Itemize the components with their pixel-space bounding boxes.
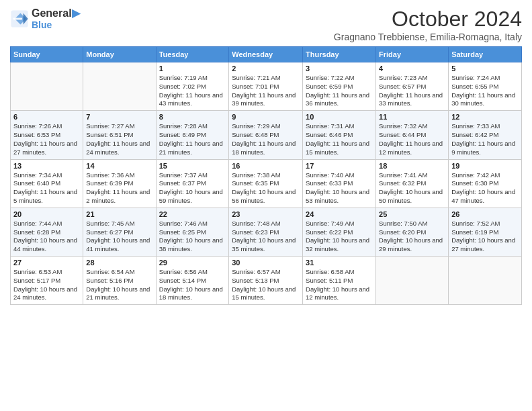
day-number: 1: [159, 64, 226, 73]
day-info: Sunrise: 7:34 AM Sunset: 6:40 PM Dayligh…: [13, 171, 80, 205]
svg-rect-3: [13, 17, 22, 19]
day-info: Sunrise: 6:57 AM Sunset: 5:13 PM Dayligh…: [232, 268, 300, 302]
calendar-cell: 27Sunrise: 6:53 AM Sunset: 5:17 PM Dayli…: [11, 257, 83, 305]
col-saturday: Saturday: [449, 47, 522, 62]
logo: General▶ Blue: [10, 7, 80, 30]
calendar-cell: 6Sunrise: 7:26 AM Sunset: 6:53 PM Daylig…: [11, 111, 83, 159]
header: General▶ Blue October 2024 Gragnano Treb…: [10, 7, 522, 42]
day-number: 28: [86, 259, 152, 267]
day-number: 9: [232, 113, 300, 121]
day-info: Sunrise: 6:54 AM Sunset: 5:16 PM Dayligh…: [86, 268, 152, 302]
location-title: Gragnano Trebbiense, Emilia-Romagna, Ita…: [334, 32, 522, 42]
day-info: Sunrise: 7:19 AM Sunset: 7:02 PM Dayligh…: [159, 74, 226, 108]
month-title: October 2024: [334, 7, 522, 32]
day-number: 6: [13, 113, 80, 121]
day-info: Sunrise: 7:50 AM Sunset: 6:20 PM Dayligh…: [379, 220, 445, 254]
day-number: 19: [451, 162, 519, 170]
day-info: Sunrise: 7:24 AM Sunset: 6:55 PM Dayligh…: [451, 74, 519, 108]
calendar-cell: 30Sunrise: 6:57 AM Sunset: 5:13 PM Dayli…: [229, 257, 303, 305]
day-info: Sunrise: 6:56 AM Sunset: 5:14 PM Dayligh…: [159, 268, 226, 302]
page: General▶ Blue October 2024 Gragnano Treb…: [0, 0, 532, 411]
day-number: 20: [13, 210, 80, 218]
day-info: Sunrise: 7:36 AM Sunset: 6:39 PM Dayligh…: [86, 171, 152, 205]
day-info: Sunrise: 7:29 AM Sunset: 6:48 PM Dayligh…: [232, 122, 300, 156]
calendar-cell: 31Sunrise: 6:58 AM Sunset: 5:11 PM Dayli…: [303, 257, 376, 305]
logo-text: General▶ Blue: [32, 7, 80, 30]
calendar-cell: 13Sunrise: 7:34 AM Sunset: 6:40 PM Dayli…: [11, 159, 83, 208]
calendar-cell: 3Sunrise: 7:22 AM Sunset: 6:59 PM Daylig…: [303, 62, 376, 111]
day-info: Sunrise: 7:42 AM Sunset: 6:30 PM Dayligh…: [451, 171, 519, 205]
calendar-cell: 25Sunrise: 7:50 AM Sunset: 6:20 PM Dayli…: [376, 208, 449, 256]
day-number: 4: [379, 64, 445, 73]
day-info: Sunrise: 7:52 AM Sunset: 6:19 PM Dayligh…: [451, 220, 519, 254]
day-number: 30: [232, 259, 300, 267]
calendar-table: Sunday Monday Tuesday Wednesday Thursday…: [10, 46, 522, 305]
calendar-cell: 4Sunrise: 7:23 AM Sunset: 6:57 PM Daylig…: [376, 62, 449, 111]
calendar-cell: 23Sunrise: 7:48 AM Sunset: 6:23 PM Dayli…: [229, 208, 303, 256]
col-tuesday: Tuesday: [156, 47, 229, 62]
calendar-cell: 12Sunrise: 7:33 AM Sunset: 6:42 PM Dayli…: [449, 111, 522, 159]
calendar-cell: [83, 62, 156, 111]
calendar-cell: 11Sunrise: 7:32 AM Sunset: 6:44 PM Dayli…: [376, 111, 449, 159]
col-thursday: Thursday: [303, 47, 376, 62]
day-number: 12: [451, 113, 519, 121]
calendar-cell: 21Sunrise: 7:45 AM Sunset: 6:27 PM Dayli…: [83, 208, 156, 256]
calendar-cell: 17Sunrise: 7:40 AM Sunset: 6:33 PM Dayli…: [303, 159, 376, 208]
day-number: 21: [86, 210, 152, 218]
calendar-cell: 7Sunrise: 7:27 AM Sunset: 6:51 PM Daylig…: [83, 111, 156, 159]
col-sunday: Sunday: [11, 47, 83, 62]
day-number: 7: [86, 113, 152, 121]
day-number: 27: [13, 259, 80, 267]
calendar-cell: 20Sunrise: 7:44 AM Sunset: 6:28 PM Dayli…: [11, 208, 83, 256]
calendar-cell: [11, 62, 83, 111]
col-wednesday: Wednesday: [229, 47, 303, 62]
day-info: Sunrise: 7:22 AM Sunset: 6:59 PM Dayligh…: [306, 74, 373, 108]
day-number: 31: [306, 259, 373, 267]
day-number: 5: [451, 64, 519, 73]
calendar-cell: 10Sunrise: 7:31 AM Sunset: 6:46 PM Dayli…: [303, 111, 376, 159]
calendar-cell: [449, 257, 522, 305]
day-info: Sunrise: 6:58 AM Sunset: 5:11 PM Dayligh…: [306, 268, 373, 302]
day-number: 3: [306, 64, 373, 73]
day-info: Sunrise: 7:41 AM Sunset: 6:32 PM Dayligh…: [379, 171, 445, 205]
day-info: Sunrise: 7:26 AM Sunset: 6:53 PM Dayligh…: [13, 122, 80, 156]
day-number: 18: [379, 162, 445, 170]
calendar-week-row: 6Sunrise: 7:26 AM Sunset: 6:53 PM Daylig…: [11, 111, 522, 159]
day-number: 15: [159, 162, 226, 170]
day-number: 17: [306, 162, 373, 170]
calendar-cell: 2Sunrise: 7:21 AM Sunset: 7:01 PM Daylig…: [229, 62, 303, 111]
calendar-cell: 22Sunrise: 7:46 AM Sunset: 6:25 PM Dayli…: [156, 208, 229, 256]
calendar-cell: 19Sunrise: 7:42 AM Sunset: 6:30 PM Dayli…: [449, 159, 522, 208]
calendar-week-row: 20Sunrise: 7:44 AM Sunset: 6:28 PM Dayli…: [11, 208, 522, 256]
calendar-week-row: 27Sunrise: 6:53 AM Sunset: 5:17 PM Dayli…: [11, 257, 522, 305]
day-info: Sunrise: 7:32 AM Sunset: 6:44 PM Dayligh…: [379, 122, 445, 156]
calendar-cell: [376, 257, 449, 305]
calendar-cell: 16Sunrise: 7:38 AM Sunset: 6:35 PM Dayli…: [229, 159, 303, 208]
calendar-cell: 8Sunrise: 7:28 AM Sunset: 6:49 PM Daylig…: [156, 111, 229, 159]
day-number: 13: [13, 162, 80, 170]
calendar-cell: 26Sunrise: 7:52 AM Sunset: 6:19 PM Dayli…: [449, 208, 522, 256]
calendar-header-row: Sunday Monday Tuesday Wednesday Thursday…: [11, 47, 522, 62]
day-info: Sunrise: 7:38 AM Sunset: 6:35 PM Dayligh…: [232, 171, 300, 205]
day-info: Sunrise: 6:53 AM Sunset: 5:17 PM Dayligh…: [13, 268, 80, 302]
day-number: 23: [232, 210, 300, 218]
day-info: Sunrise: 7:31 AM Sunset: 6:46 PM Dayligh…: [306, 122, 373, 156]
day-number: 8: [159, 113, 226, 121]
title-block: October 2024 Gragnano Trebbiense, Emilia…: [334, 7, 522, 42]
day-info: Sunrise: 7:49 AM Sunset: 6:22 PM Dayligh…: [306, 220, 373, 254]
calendar-cell: 9Sunrise: 7:29 AM Sunset: 6:48 PM Daylig…: [229, 111, 303, 159]
day-info: Sunrise: 7:37 AM Sunset: 6:37 PM Dayligh…: [159, 171, 226, 205]
day-info: Sunrise: 7:40 AM Sunset: 6:33 PM Dayligh…: [306, 171, 373, 205]
day-number: 14: [86, 162, 152, 170]
day-info: Sunrise: 7:44 AM Sunset: 6:28 PM Dayligh…: [13, 220, 80, 254]
calendar-cell: 28Sunrise: 6:54 AM Sunset: 5:16 PM Dayli…: [83, 257, 156, 305]
day-info: Sunrise: 7:27 AM Sunset: 6:51 PM Dayligh…: [86, 122, 152, 156]
day-info: Sunrise: 7:21 AM Sunset: 7:01 PM Dayligh…: [232, 74, 300, 108]
day-number: 24: [306, 210, 373, 218]
calendar-cell: 5Sunrise: 7:24 AM Sunset: 6:55 PM Daylig…: [449, 62, 522, 111]
calendar-week-row: 13Sunrise: 7:34 AM Sunset: 6:40 PM Dayli…: [11, 159, 522, 208]
day-info: Sunrise: 7:23 AM Sunset: 6:57 PM Dayligh…: [379, 74, 445, 108]
day-number: 29: [159, 259, 226, 267]
calendar-cell: 14Sunrise: 7:36 AM Sunset: 6:39 PM Dayli…: [83, 159, 156, 208]
day-number: 2: [232, 64, 300, 73]
